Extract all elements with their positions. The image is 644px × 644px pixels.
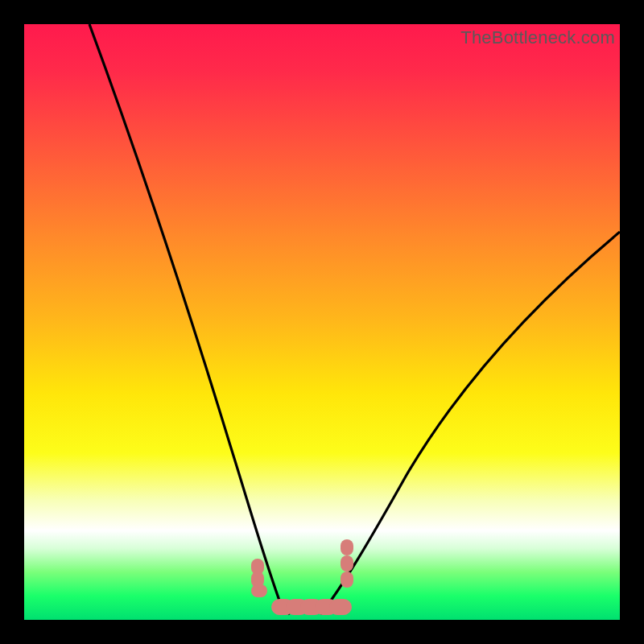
chart-stage: TheBottleneck.com [0,0,644,644]
marker-capsule [251,584,267,597]
marker-row [275,599,348,615]
marker-capsule [341,555,353,572]
marker-cluster-right [345,539,349,588]
marker-cluster-bottom [24,599,620,615]
marker-capsule [341,539,353,555]
marker-cluster-left [255,559,263,597]
curve-right-arm [320,232,620,614]
curve-left-arm [89,24,290,614]
marker-capsule [329,599,352,615]
marker-capsule [341,572,353,588]
plot-area: TheBottleneck.com [24,24,620,620]
bottleneck-curve [24,24,620,620]
